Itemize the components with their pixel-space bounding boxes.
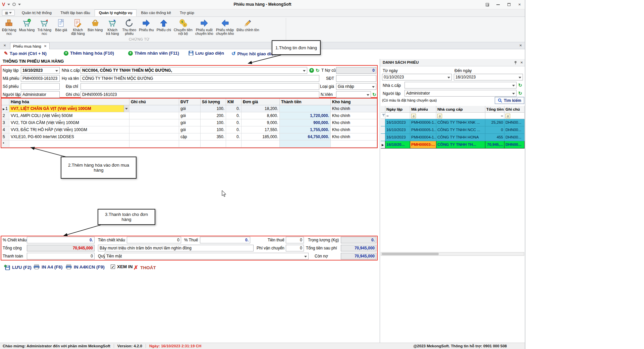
- items-row[interactable]: 5 VXLE10, PG-600 InterVet 1DOSES cặp 350…: [1, 133, 377, 140]
- items-row[interactable]: 3 VV2, TOI GIA CẦM (Việt Viễn) 100GM gói…: [1, 119, 377, 126]
- chevron-down-icon[interactable]: [367, 94, 369, 97]
- toolbar-dat-hang-ncc[interactable]: Đặt hàngncc: [1, 17, 18, 36]
- cell-dvt[interactable]: gói: [179, 105, 201, 112]
- cell-km[interactable]: 0.: [226, 105, 241, 112]
- ghi-chu-input[interactable]: DHN00005-161023: [80, 91, 319, 98]
- add-item-button[interactable]: + Thêm hàng hóa (F10): [64, 51, 114, 56]
- items-row[interactable]: 4 VV3, ĐẶC TRỊ HÔ HẤP (Việt Viễn) 100GM …: [1, 126, 377, 133]
- cell-tong-tien[interactable]: 25,260: [485, 119, 504, 126]
- tien-ck-input[interactable]: 0: [127, 237, 181, 243]
- voucher-row-selected[interactable]: ▶ 16/10/20... PMH00003-... CÔNG TY TNHH …: [381, 141, 525, 149]
- cell-ngay-lap[interactable]: 16/10/2023: [385, 126, 410, 134]
- filter-tong-tien[interactable]: =: [485, 113, 504, 119]
- cell-don-gia[interactable]: 185,000.: [241, 133, 280, 140]
- cell-dvt[interactable]: gói: [179, 119, 201, 126]
- scrollbar-thumb[interactable]: [382, 253, 439, 255]
- header-ghi-chu[interactable]: Ghi chú: [129, 99, 179, 105]
- cell-dvt[interactable]: cặp: [179, 133, 201, 140]
- ma-phieu-input[interactable]: PMH00003-161023: [21, 75, 60, 82]
- cell-ghi-chu[interactable]: DHN00...: [504, 126, 525, 134]
- cell-kho-hang[interactable]: Kho chính: [331, 112, 377, 119]
- cell-ngay-lap[interactable]: 16/10/2023: [385, 134, 410, 141]
- ck-pct-input[interactable]: 0.: [27, 237, 95, 243]
- refresh-employee-icon[interactable]: ↻: [372, 91, 376, 98]
- cell-nha-cung-cap[interactable]: CÔNG TY TNHH NCC ...: [436, 126, 485, 134]
- toolbar-ban-hang[interactable]: Bán hàng: [86, 17, 104, 36]
- toolbar-phieu-xuat-chuyen-kho[interactable]: Phiếu xuấtchuyển kho: [194, 17, 215, 36]
- items-new-row[interactable]: *: [1, 140, 377, 148]
- tab-quan-tri-he-thong[interactable]: Quản trị hệ thống: [17, 9, 56, 16]
- cell-kho-hang[interactable]: Kho chính: [331, 119, 377, 126]
- checkbox-checked-icon[interactable]: ✓: [111, 265, 115, 269]
- sdt-input[interactable]: [336, 75, 376, 82]
- add-employee-button[interactable]: + Thêm nhân viên (F11): [128, 51, 179, 56]
- cell-don-gia[interactable]: 9,000.: [241, 119, 280, 126]
- cell-so-luong[interactable]: 100.: [201, 105, 226, 112]
- cell-kho-hang[interactable]: [331, 140, 377, 148]
- cell-so-luong[interactable]: 100.: [201, 119, 226, 126]
- cell-don-gia[interactable]: 8,600.: [241, 112, 280, 119]
- cell-ghi-chu[interactable]: [129, 133, 179, 140]
- toolbar-khach-dat-hang[interactable]: Kháchđặt hàng: [69, 17, 86, 36]
- print-a4-button[interactable]: IN A4 (F6): [34, 264, 63, 270]
- voucher-filter-row[interactable]: = a a = a: [381, 113, 525, 119]
- cell-ma-phieu[interactable]: PMH00006-1...: [410, 119, 436, 126]
- cell-thanh-tien[interactable]: 1,755,000.: [280, 126, 331, 133]
- voucher-row[interactable]: 16/10/2023 PMH00005-1... CÔNG TY TNHH NC…: [381, 126, 525, 134]
- tu-ngay-input[interactable]: 01/10/2023: [382, 74, 452, 80]
- new-button[interactable]: ✎ Tạo mới (Ctrl + N): [4, 51, 47, 56]
- toolbar-phieu-chi[interactable]: Phiếu chi: [155, 17, 172, 36]
- so-phieu-input[interactable]: [21, 83, 60, 90]
- exit-button[interactable]: ✗ THOÁT: [133, 264, 156, 271]
- cell-thanh-tien[interactable]: 1,720,000.: [280, 112, 331, 119]
- filter-ngay-lap[interactable]: =: [385, 113, 410, 119]
- close-strip-icon[interactable]: ✕: [519, 44, 522, 47]
- cell-dvt[interactable]: gói: [179, 126, 201, 133]
- items-row[interactable]: ▶1 VV7, LIỆT CHÂN GÀ VỊT (Việt viễn) 100…: [1, 105, 377, 112]
- cell-tong-tien[interactable]: 70,945,...: [485, 141, 504, 149]
- cell-ghi-chu[interactable]: [129, 119, 179, 126]
- cell-ma-phieu[interactable]: PMH00004-1...: [410, 134, 436, 141]
- cell-ngay-lap[interactable]: 16/10/2023: [385, 119, 410, 126]
- tab-thiet-lap-ban-dau[interactable]: Thiết lập ban đầu: [56, 9, 95, 16]
- cell-hang-hoa[interactable]: [9, 140, 129, 148]
- cell-don-gia[interactable]: 17,550.: [241, 126, 280, 133]
- cell-don-gia[interactable]: 18,200.: [241, 105, 280, 112]
- cell-ghi-chu[interactable]: DHN00...: [504, 119, 525, 126]
- cell-thanh-tien[interactable]: [280, 140, 331, 148]
- xem-in-checkbox[interactable]: ✓ XEM IN: [111, 264, 133, 269]
- maximize-button[interactable]: [505, 1, 513, 8]
- toolbar-thu-theo-phieu[interactable]: Thu theophiếu: [121, 17, 138, 36]
- header-nha-cung-cap[interactable]: Nhà cung cấp: [436, 106, 485, 113]
- cell-nha-cung-cap[interactable]: CÔNG TY TNHH HONA: [436, 134, 485, 141]
- tab-phieu-mua-hang[interactable]: Phiếu mua hàng ✕: [10, 43, 50, 49]
- cell-hang-hoa[interactable]: VV1, AMPI COLI (Việt Viễn) 50GM: [9, 112, 129, 119]
- cell-tong-tien[interactable]: 455: [485, 134, 504, 141]
- toolbar-tra-hang-ncc[interactable]: Trả hàngncc: [36, 17, 53, 36]
- items-row[interactable]: 2 VV1, AMPI COLI (Việt Viễn) 50GM gói 20…: [1, 112, 377, 119]
- close-all-tabs-icon[interactable]: ✕: [3, 44, 6, 47]
- cell-so-luong[interactable]: 100.: [201, 126, 226, 133]
- save-layout-button[interactable]: Lưu giao diện: [189, 51, 224, 56]
- chevron-down-icon[interactable]: [519, 77, 521, 80]
- loai-gia-input[interactable]: Giá nhập: [336, 83, 376, 90]
- header-ma-phieu[interactable]: Mã phiếu: [410, 106, 436, 113]
- quy-input[interactable]: Tiền mặt: [105, 253, 309, 259]
- toolbar-mua-hang[interactable]: + Mua hàng: [18, 17, 36, 36]
- den-ngay-input[interactable]: 16/10/2023: [454, 74, 523, 80]
- header-tong-tien[interactable]: Tổng tiền: [485, 106, 504, 113]
- panel-nha-ccap-input[interactable]: [405, 82, 517, 89]
- chevron-down-icon[interactable]: [372, 86, 375, 89]
- cell-ghi-chu[interactable]: DHN00...: [504, 141, 525, 149]
- toolbar-dieu-chinh-ton[interactable]: Điều chỉnh tồn: [235, 17, 260, 36]
- cell-kho-hang[interactable]: Kho chính: [331, 126, 377, 133]
- header-kho-hang[interactable]: Kho hàng: [331, 99, 377, 105]
- cell-km[interactable]: [226, 140, 241, 148]
- cell-km[interactable]: 0.: [226, 126, 241, 133]
- add-supplier-icon[interactable]: +: [309, 68, 314, 73]
- filter-ma-phieu[interactable]: a: [410, 113, 436, 119]
- cell-ghi-chu[interactable]: [129, 126, 179, 133]
- tab-bao-cao-thong-ke[interactable]: Báo cáo thống kê: [137, 9, 175, 16]
- cell-hang-hoa[interactable]: VXLE10, PG-600 InterVet 1DOSES: [9, 133, 129, 140]
- horizontal-scrollbar[interactable]: [381, 252, 524, 256]
